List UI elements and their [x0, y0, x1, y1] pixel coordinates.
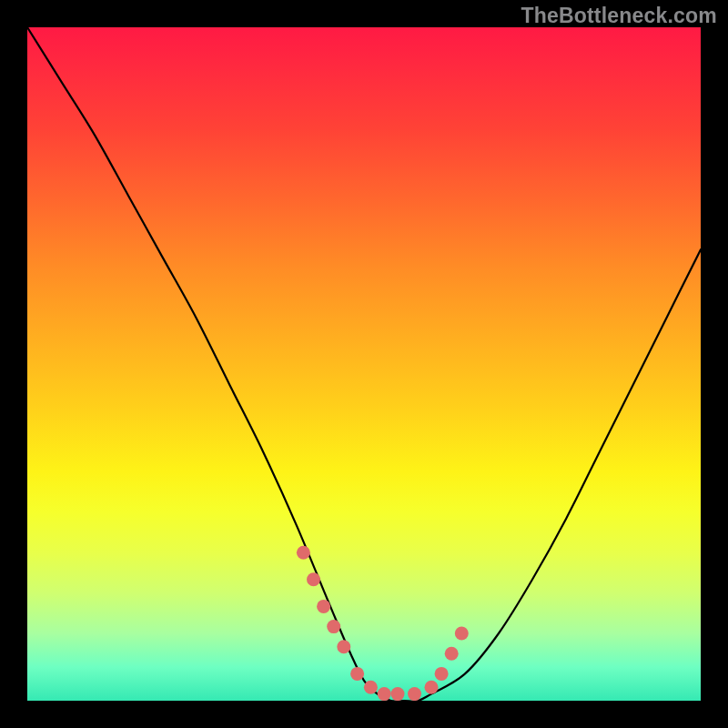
marker-dot: [327, 620, 340, 633]
marker-dot: [307, 572, 320, 586]
marker-dot: [297, 546, 310, 560]
marker-dot: [455, 627, 469, 641]
chart-frame: TheBottleneck.com: [0, 0, 728, 728]
watermark-text: TheBottleneck.com: [521, 4, 717, 28]
marker-dot: [350, 667, 364, 681]
marker-dot: [378, 687, 391, 701]
marker-dot: [391, 687, 405, 701]
marker-dot: [408, 687, 421, 701]
marker-dot: [364, 681, 378, 694]
highlight-points: [297, 546, 469, 701]
marker-dot: [445, 647, 459, 661]
curve-layer: [27, 27, 701, 701]
plot-area: [27, 27, 701, 701]
bottleneck-curve: [27, 27, 701, 701]
marker-dot: [425, 681, 439, 694]
marker-dot: [435, 667, 449, 681]
marker-dot: [337, 640, 350, 653]
marker-dot: [317, 600, 330, 613]
